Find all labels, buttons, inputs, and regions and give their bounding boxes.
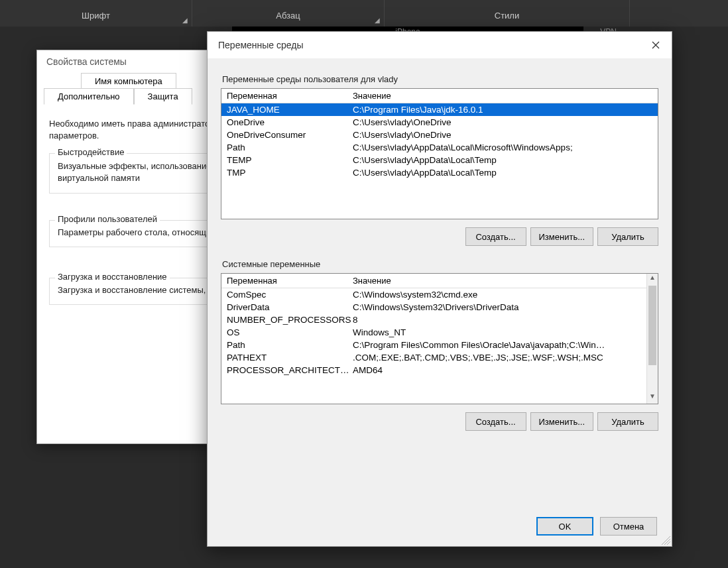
ribbon-group-label: Стили — [495, 11, 519, 21]
var-name: TEMP — [221, 155, 351, 165]
system-vars-label: Системные переменные — [222, 259, 658, 269]
close-icon — [652, 41, 660, 49]
dialog-launcher-icon[interactable]: ◢ — [182, 17, 188, 24]
var-value: .COM;.EXE;.BAT;.CMD;.VBS;.VBE;.JS;.JSE;.… — [351, 353, 658, 363]
column-header-value[interactable]: Значение — [351, 91, 658, 101]
table-row[interactable]: TMPC:\Users\vlady\AppData\Local\Temp — [221, 166, 658, 179]
ribbon-group-styles: Стили — [385, 0, 630, 27]
table-row[interactable]: JAVA_HOMEC:\Program Files\Java\jdk-16.0.… — [221, 103, 658, 116]
ribbon-group-paragraph: Абзац ◢ — [192, 0, 385, 27]
var-name: NUMBER_OF_PROCESSORS — [221, 315, 351, 325]
edit-user-var-button[interactable]: Изменить... — [530, 227, 593, 246]
var-name: OneDriveConsumer — [221, 130, 351, 140]
table-row[interactable]: PROCESSOR_ARCHITECTU...AMD64 — [221, 364, 658, 376]
edit-system-var-button[interactable]: Изменить... — [530, 412, 593, 431]
new-user-var-button[interactable]: Создать... — [465, 227, 526, 246]
environment-variables-dialog: Переменные среды Переменные среды пользо… — [207, 31, 672, 547]
tab-computer-name[interactable]: Имя компьютера — [81, 73, 176, 89]
var-name: Path — [221, 142, 351, 152]
table-row[interactable]: PATHEXT.COM;.EXE;.BAT;.CMD;.VBS;.VBE;.JS… — [221, 351, 658, 364]
tab-protection[interactable]: Защита — [134, 88, 192, 105]
groupbox-legend: Профили пользователей — [55, 214, 160, 224]
scroll-down-icon[interactable]: ▼ — [647, 392, 658, 404]
cancel-button[interactable]: Отмена — [600, 517, 657, 536]
listview-header: Переменная Значение — [221, 274, 658, 288]
var-name: Path — [221, 340, 351, 350]
column-header-variable[interactable]: Переменная — [221, 91, 351, 101]
scroll-up-icon[interactable]: ▲ — [647, 274, 658, 285]
var-value: C:\Windows\System32\Drivers\DriverData — [351, 302, 658, 312]
table-row[interactable]: DriverDataC:\Windows\System32\Drivers\Dr… — [221, 301, 658, 313]
var-name: ComSpec — [221, 290, 351, 300]
ribbon-group-label: Абзац — [276, 11, 300, 21]
scrollbar[interactable]: ▲ ▼ — [646, 274, 658, 404]
table-row[interactable]: PathC:\Users\vlady\AppData\Local\Microso… — [221, 141, 658, 154]
table-row[interactable]: OneDriveC:\Users\vlady\OneDrive — [221, 116, 658, 129]
groupbox-legend: Быстродействие — [55, 147, 127, 157]
column-header-value[interactable]: Значение — [351, 276, 658, 286]
table-row[interactable]: PathC:\Program Files\Common Files\Oracle… — [221, 339, 658, 351]
user-vars-label: Переменные среды пользователя для vlady — [222, 74, 658, 84]
var-value: C:\Users\vlady\AppData\Local\Temp — [351, 155, 658, 165]
var-name: OS — [221, 327, 351, 337]
dialog-titlebar: Переменные среды — [208, 32, 672, 58]
table-row[interactable]: TEMPC:\Users\vlady\AppData\Local\Temp — [221, 154, 658, 166]
var-value: C:\Program Files\Common Files\Oracle\Jav… — [351, 340, 658, 350]
var-name: JAVA_HOME — [221, 105, 351, 115]
delete-user-var-button[interactable]: Удалить — [597, 227, 658, 246]
var-value: Windows_NT — [351, 327, 658, 337]
dialog-launcher-icon[interactable]: ◢ — [375, 17, 380, 24]
var-name: DriverData — [221, 302, 351, 312]
table-row[interactable]: NUMBER_OF_PROCESSORS8 — [221, 313, 658, 326]
delete-system-var-button[interactable]: Удалить — [597, 412, 658, 431]
var-value: C:\Users\vlady\AppData\Local\Microsoft\W… — [351, 142, 658, 152]
var-value: C:\Program Files\Java\jdk-16.0.1 — [351, 105, 658, 115]
var-name: PATHEXT — [221, 353, 351, 363]
user-vars-listview[interactable]: Переменная Значение JAVA_HOMEC:\Program … — [221, 88, 658, 219]
var-value: C:\Users\vlady\OneDrive — [351, 117, 658, 127]
listview-header: Переменная Значение — [221, 89, 658, 103]
column-header-variable[interactable]: Переменная — [221, 276, 351, 286]
var-value: AMD64 — [351, 365, 658, 375]
ribbon-group-label: Шрифт — [82, 11, 110, 21]
var-value: C:\Windows\system32\cmd.exe — [351, 290, 658, 300]
table-row[interactable]: OSWindows_NT — [221, 326, 658, 339]
table-row[interactable]: OneDriveConsumerC:\Users\vlady\OneDrive — [221, 129, 658, 141]
ribbon-group-font: Шрифт ◢ — [0, 0, 192, 27]
new-system-var-button[interactable]: Создать... — [465, 412, 526, 431]
resize-grip-icon[interactable] — [661, 536, 670, 545]
var-value: 8 — [351, 315, 658, 325]
ok-button[interactable]: OK — [536, 517, 593, 536]
ribbon-bar: Шрифт ◢ Абзац ◢ Стили — [0, 0, 728, 27]
var-value: C:\Users\vlady\OneDrive — [351, 130, 658, 140]
dialog-title: Переменные среды — [218, 40, 304, 50]
var-value: C:\Users\vlady\AppData\Local\Temp — [351, 168, 658, 178]
var-name: OneDrive — [221, 117, 351, 127]
var-name: PROCESSOR_ARCHITECTU... — [221, 365, 351, 375]
system-vars-listview[interactable]: Переменная Значение ComSpecC:\Windows\sy… — [221, 273, 658, 404]
var-name: TMP — [221, 168, 351, 178]
close-button[interactable] — [642, 34, 669, 56]
tab-advanced[interactable]: Дополнительно — [44, 88, 134, 105]
table-row[interactable]: ComSpecC:\Windows\system32\cmd.exe — [221, 288, 658, 301]
scroll-thumb[interactable] — [648, 286, 656, 365]
groupbox-legend: Загрузка и восстановление — [55, 272, 170, 282]
